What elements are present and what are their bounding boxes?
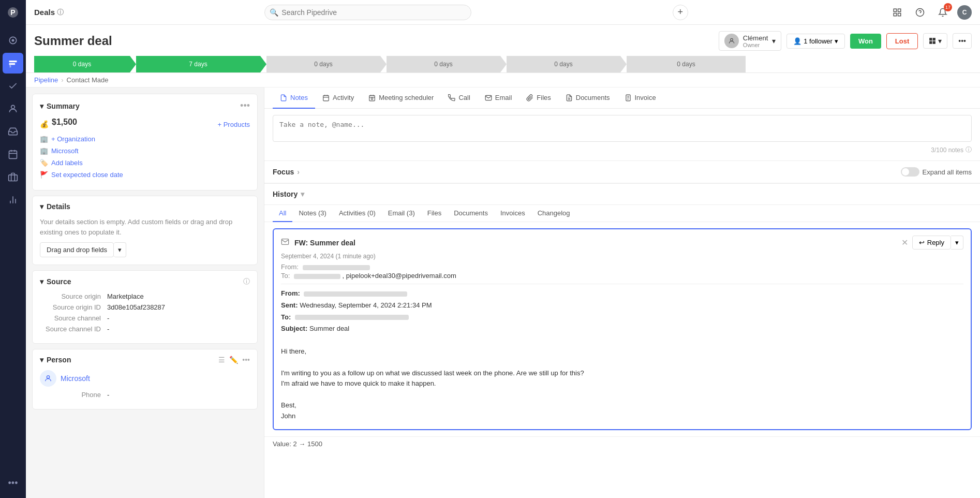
app-logo[interactable]: P [5, 4, 21, 21]
left-panel: ▾ Summary ••• 💰 $1,500 + Product [26, 87, 264, 498]
sidebar-item-inbox[interactable] [3, 121, 23, 142]
tab-documents[interactable]: Documents [558, 87, 617, 109]
owner-name: Clément [743, 34, 768, 42]
htab-files[interactable]: Files [421, 205, 448, 222]
org-building-icon: 🏢 [40, 147, 48, 155]
email-card-actions: ✕ ↩ Reply ▾ [901, 236, 963, 250]
sidebar-item-contacts[interactable] [3, 98, 23, 119]
add-labels-link[interactable]: Add labels [51, 159, 83, 167]
topbar-section-label: Deals [34, 8, 55, 17]
add-products-button[interactable]: + Products [217, 121, 250, 128]
pipeline-step-4[interactable]: 0 days [507, 56, 620, 72]
search-bar: 🔍 [264, 5, 471, 20]
focus-title: Focus [273, 168, 294, 176]
source-channel-value: - [107, 314, 109, 322]
summary-options-icon[interactable]: ••• [240, 100, 250, 111]
details-collapse-icon: ▾ [40, 202, 43, 211]
history-label[interactable]: History ▾ [273, 190, 304, 198]
person-edit-icon[interactable]: ✏️ [229, 356, 238, 364]
drag-drop-chevron-button[interactable]: ▾ [114, 242, 126, 257]
person-title-label: Person [47, 356, 71, 364]
tab-meeting[interactable]: Meeting scheduler [361, 87, 441, 109]
expand-toggle-switch[interactable] [901, 167, 919, 177]
htab-email-label: Email (3) [388, 209, 415, 217]
email-subject-inner-label: Subject: [281, 325, 307, 332]
user-avatar[interactable]: C [957, 5, 972, 20]
view-toggle-button[interactable]: ▾ [923, 33, 947, 49]
add-button[interactable]: + [673, 5, 688, 20]
sidebar-more-icon[interactable]: ••• [3, 473, 23, 494]
notifications-icon[interactable]: 17 [934, 4, 951, 21]
email-to-inner-row: To: [281, 312, 963, 323]
lost-button[interactable]: Lost [886, 33, 918, 49]
tab-invoice[interactable]: Invoice [617, 87, 663, 109]
htab-changelog[interactable]: Changelog [531, 205, 576, 222]
pipeline-step-label-3: 0 days [434, 61, 452, 68]
email-timestamp-text: September 4, 2024 (1 minute ago) [281, 253, 376, 260]
summary-header[interactable]: ▾ Summary ••• [33, 94, 257, 118]
owner-info[interactable]: Clément Owner ▾ [719, 31, 781, 51]
drag-drop-label: Drag and drop fields [47, 246, 107, 254]
source-origin-id-value: 3d08e105af238287 [107, 303, 165, 311]
search-input[interactable] [264, 5, 471, 20]
person-filter-icon[interactable]: ☰ [218, 356, 225, 364]
source-section: ▾ Source ⓘ Source origin Marketplace Sou… [32, 270, 258, 344]
notes-textarea[interactable] [273, 115, 972, 142]
details-header[interactable]: ▾ Details [33, 196, 257, 217]
pipeline-step-2[interactable]: 0 days [266, 56, 380, 72]
sidebar-item-reports[interactable] [3, 189, 23, 210]
tab-files-label: Files [537, 94, 551, 101]
org-name-row: 🏢 Microsoft [40, 147, 250, 155]
set-close-date-link[interactable]: Set expected close date [51, 171, 123, 179]
add-org-link[interactable]: + Organization [51, 135, 95, 143]
pipeline-step-0[interactable]: 0 days [34, 56, 130, 72]
org-name-link[interactable]: Microsoft [51, 147, 79, 155]
htab-activities[interactable]: Activities (0) [333, 205, 382, 222]
tab-email[interactable]: Email [478, 87, 519, 109]
breadcrumb-pipeline[interactable]: Pipeline [34, 76, 58, 84]
drag-drop-button[interactable]: Drag and drop fields [40, 242, 114, 257]
svg-rect-25 [929, 41, 932, 44]
htab-invoices[interactable]: Invoices [494, 205, 531, 222]
pipeline-step-1[interactable]: 7 days [136, 56, 260, 72]
reply-button[interactable]: ↩ Reply [912, 236, 951, 250]
sidebar-item-calendar[interactable] [3, 144, 23, 165]
email-from-label: From: [281, 263, 299, 271]
source-header[interactable]: ▾ Source ⓘ [33, 271, 257, 292]
reply-dropdown-button[interactable]: ▾ [951, 236, 963, 250]
topbar-section-title: Deals ⓘ [34, 8, 64, 17]
more-options-button[interactable]: ••• [953, 33, 972, 49]
person-header[interactable]: ▾ Person ☰ ✏️ ••• [33, 349, 257, 370]
follower-button[interactable]: 👤 1 follower ▾ [786, 34, 845, 49]
follower-chevron-icon: ▾ [835, 37, 838, 45]
focus-label[interactable]: Focus › [273, 168, 300, 176]
htab-notes[interactable]: Notes (3) [292, 205, 332, 222]
email-close-button[interactable]: ✕ [901, 238, 908, 247]
sidebar-item-deals[interactable]: $ [3, 53, 23, 74]
pipeline-step-3[interactable]: 0 days [387, 56, 500, 72]
sidebar-item-products[interactable] [3, 167, 23, 187]
person-title: ▾ Person [40, 356, 71, 364]
pipeline-step-5[interactable]: 0 days [627, 56, 746, 72]
email-subject-inner-value: Summer deal [309, 325, 349, 332]
expand-all-toggle[interactable]: Expand all items [901, 167, 972, 177]
email-body: From: Sent: Wednesday, September 4, 2024… [274, 288, 971, 429]
marketplace-icon[interactable] [889, 4, 905, 21]
tab-call[interactable]: Call [441, 87, 477, 109]
source-title: ▾ Source [40, 277, 71, 286]
sidebar-item-activities[interactable] [3, 76, 23, 96]
email-from-redacted [303, 265, 370, 270]
tab-files[interactable]: Files [519, 87, 558, 109]
add-products-label: + Products [217, 121, 250, 128]
person-name-link[interactable]: Microsoft [61, 374, 90, 383]
person-options-icon[interactable]: ••• [242, 356, 250, 364]
htab-email[interactable]: Email (3) [382, 205, 421, 222]
won-button[interactable]: Won [850, 34, 881, 49]
email-from-inner-redacted [304, 291, 407, 297]
sidebar-item-home[interactable] [3, 30, 23, 51]
htab-documents[interactable]: Documents [448, 205, 494, 222]
tab-activity[interactable]: Activity [315, 87, 361, 109]
htab-all[interactable]: All [273, 205, 292, 222]
help-icon[interactable] [912, 4, 928, 21]
tab-notes[interactable]: Notes [273, 87, 315, 109]
